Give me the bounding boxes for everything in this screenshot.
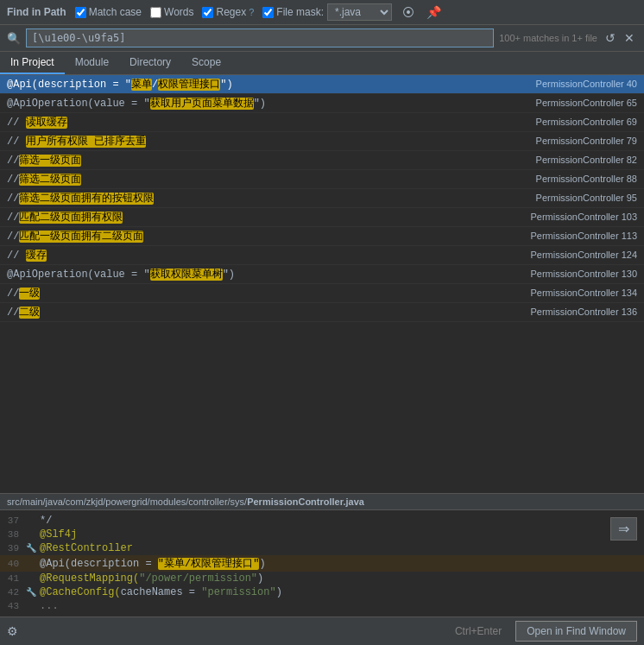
search-bar: 🔍 100+ matches in 1+ file ↺ ✕ bbox=[0, 25, 644, 52]
code-line: 42 🔧 @CacheConfig(cacheNames = "permissi… bbox=[0, 585, 644, 599]
result-file: PermissionController 65 bbox=[536, 98, 637, 108]
result-file: PermissionController 130 bbox=[531, 269, 638, 279]
result-file: PermissionController 95 bbox=[536, 193, 637, 203]
result-code: // 用户所有权限 已排序去重 bbox=[7, 134, 526, 149]
line-content: ... bbox=[40, 600, 644, 612]
result-file: PermissionController 136 bbox=[531, 307, 638, 317]
table-row[interactable]: //匹配一级页面拥有二级页面 PermissionController 113 bbox=[0, 227, 644, 246]
refresh-button[interactable]: ↺ bbox=[603, 30, 618, 46]
table-row[interactable]: //一级 PermissionController 134 bbox=[0, 284, 644, 303]
panel-title: Find in Path bbox=[7, 6, 66, 18]
filter-icon[interactable]: ⦿ bbox=[401, 3, 416, 21]
open-find-window-button[interactable]: Open in Find Window bbox=[515, 621, 637, 642]
result-file: PermissionController 88 bbox=[536, 174, 637, 184]
match-case-checkbox[interactable] bbox=[75, 7, 86, 18]
result-file: PermissionController 134 bbox=[531, 288, 638, 298]
result-code: //匹配二级页面拥有权限 bbox=[7, 210, 521, 224]
table-row[interactable]: //二级 PermissionController 136 bbox=[0, 303, 644, 322]
regex-help-icon[interactable]: ? bbox=[249, 7, 254, 17]
result-code: //筛选一级页面 bbox=[7, 153, 526, 168]
code-line: 39 🔧 @RestController bbox=[0, 541, 644, 555]
code-preview-wrapper: 37 */ 38 @Slf4j 39 🔧 @RestController bbox=[0, 510, 644, 617]
file-path: src/main/java/com/zkjd/powergrid/modules… bbox=[7, 496, 364, 507]
line-content: @Api(description = "菜单/权限管理接口") bbox=[40, 556, 644, 571]
result-file: PermissionController 113 bbox=[531, 231, 638, 241]
bottom-bar: ⚙ Ctrl+Enter Open in Find Window bbox=[0, 617, 644, 645]
line-number: 42 bbox=[0, 587, 26, 598]
result-code: @ApiOperation(value = "获取权限菜单树") bbox=[7, 267, 521, 281]
line-number: 37 bbox=[0, 515, 26, 526]
bottom-actions: Ctrl+Enter Open in Find Window bbox=[455, 621, 637, 642]
line-content: @RestController bbox=[40, 542, 644, 554]
scroll-to-source-button[interactable]: ⇒ bbox=[610, 517, 637, 541]
shortcut-text: Ctrl+Enter bbox=[455, 625, 502, 637]
line-number: 40 bbox=[0, 559, 26, 569]
file-name: PermissionController.java bbox=[247, 496, 364, 507]
result-code: // 读取缓存 bbox=[7, 115, 526, 130]
line-number: 38 bbox=[0, 529, 26, 540]
line-number: 41 bbox=[0, 573, 26, 584]
tab-scope[interactable]: Scope bbox=[181, 52, 231, 74]
code-preview: 37 */ 38 @Slf4j 39 🔧 @RestController bbox=[0, 510, 644, 617]
result-code: @Api(description = "菜单/权限管理接口") bbox=[7, 77, 526, 92]
tab-in-project[interactable]: In Project bbox=[0, 52, 65, 74]
table-row[interactable]: // 缓存 PermissionController 124 bbox=[0, 246, 644, 265]
file-mask-checkbox[interactable] bbox=[262, 7, 274, 18]
table-row[interactable]: @Api(description = "菜单/权限管理接口") Permissi… bbox=[0, 75, 644, 94]
table-row[interactable]: // 用户所有权限 已排序去重 PermissionController 79 bbox=[0, 132, 644, 151]
line-content: */ bbox=[40, 515, 644, 527]
line-content: @RequestMapping("/power/permission") bbox=[40, 572, 644, 585]
find-in-path-panel: Find in Path Match case Words Regex ? Fi… bbox=[0, 0, 644, 645]
result-file: PermissionController 82 bbox=[536, 155, 637, 165]
line-number: 43 bbox=[0, 601, 26, 611]
result-file: PermissionController 69 bbox=[536, 117, 637, 127]
line-number: 39 bbox=[0, 543, 26, 553]
file-mask-checkbox-label[interactable]: File mask: bbox=[262, 6, 324, 18]
line-content: @CacheConfig(cacheNames = "permission") bbox=[40, 586, 644, 598]
result-file: PermissionController 40 bbox=[536, 79, 637, 89]
search-input[interactable] bbox=[26, 28, 494, 47]
file-mask-container: File mask: *.java *.xml *.kt *.py All Fi… bbox=[262, 3, 392, 21]
table-row[interactable]: @ApiOperation(value = "获取权限菜单树") Permiss… bbox=[0, 265, 644, 284]
result-code: //筛选二级页面拥有的按钮权限 bbox=[7, 191, 526, 206]
words-checkbox[interactable] bbox=[150, 7, 161, 18]
code-line: 38 @Slf4j bbox=[0, 528, 644, 541]
code-line: 41 @RequestMapping("/power/permission") bbox=[0, 572, 644, 585]
file-mask-dropdown[interactable]: *.java *.xml *.kt *.py All Files bbox=[327, 3, 392, 21]
toolbar: Find in Path Match case Words Regex ? Fi… bbox=[0, 0, 644, 25]
table-row[interactable]: @ApiOperation(value = "获取用户页面菜单数据") Perm… bbox=[0, 94, 644, 113]
table-row[interactable]: //匹配二级页面拥有权限 PermissionController 103 bbox=[0, 208, 644, 227]
regex-checkbox-label[interactable]: Regex ? bbox=[202, 6, 254, 18]
tab-module[interactable]: Module bbox=[65, 52, 119, 74]
code-line: 40 @Api(description = "菜单/权限管理接口") bbox=[0, 555, 644, 572]
match-count: 100+ matches in 1+ file bbox=[499, 33, 597, 43]
result-code: //二级 bbox=[7, 305, 521, 319]
result-file: PermissionController 124 bbox=[531, 250, 638, 260]
search-bar-actions: ↺ ✕ bbox=[603, 30, 637, 46]
result-code: //一级 bbox=[7, 286, 521, 300]
result-code: // 缓存 bbox=[7, 248, 521, 262]
table-row[interactable]: // 读取缓存 PermissionController 69 bbox=[0, 113, 644, 132]
results-list[interactable]: @Api(description = "菜单/权限管理接口") Permissi… bbox=[0, 75, 644, 493]
table-row[interactable]: //筛选二级页面 PermissionController 88 bbox=[0, 170, 644, 189]
settings-icon[interactable]: ⚙ bbox=[7, 624, 18, 638]
code-line: 43 ... bbox=[0, 599, 644, 613]
close-button[interactable]: ✕ bbox=[622, 30, 637, 46]
result-code: //匹配一级页面拥有二级页面 bbox=[7, 229, 521, 243]
table-row[interactable]: //筛选一级页面 PermissionController 82 bbox=[0, 151, 644, 170]
regex-checkbox[interactable] bbox=[202, 7, 213, 18]
result-code: @ApiOperation(value = "获取用户页面菜单数据") bbox=[7, 96, 526, 111]
tabs-row: In Project Module Directory Scope bbox=[0, 52, 644, 75]
match-case-checkbox-label[interactable]: Match case bbox=[75, 6, 142, 18]
line-content: @Slf4j bbox=[40, 528, 644, 541]
search-icon: 🔍 bbox=[7, 32, 21, 45]
pin-icon[interactable]: 📌 bbox=[425, 3, 443, 21]
file-path-bar: src/main/java/com/zkjd/powergrid/modules… bbox=[0, 493, 644, 510]
result-code: //筛选二级页面 bbox=[7, 172, 526, 187]
result-file: PermissionController 79 bbox=[536, 136, 637, 146]
tab-directory[interactable]: Directory bbox=[119, 52, 181, 74]
words-checkbox-label[interactable]: Words bbox=[150, 6, 193, 18]
table-row[interactable]: //筛选二级页面拥有的按钮权限 PermissionController 95 bbox=[0, 189, 644, 208]
result-file: PermissionController 103 bbox=[531, 212, 638, 222]
code-line: 37 */ bbox=[0, 514, 644, 528]
